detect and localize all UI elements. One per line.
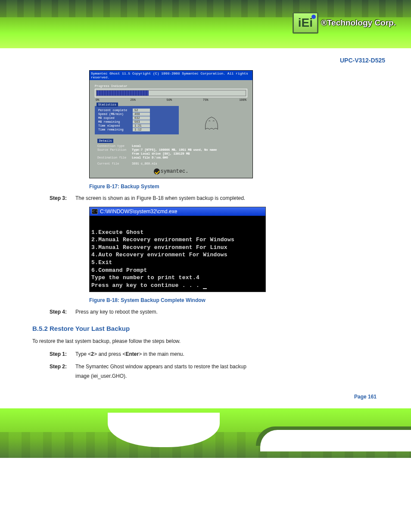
detail-label: Source Partition bbox=[97, 148, 132, 152]
step-3-text: Step 3:The screen is shown as in Figure … bbox=[50, 194, 385, 203]
stat-label: Time remaining bbox=[98, 128, 133, 131]
cmd-icon: C:\ bbox=[92, 209, 98, 214]
figure-caption-18: Figure B-18: System Backup Complete Wind… bbox=[89, 297, 385, 303]
header-logo-area: iEi ®Technology Corp. bbox=[293, 12, 396, 34]
brand-logo-icon: iEi bbox=[293, 12, 318, 34]
cmd-console-body: 1.Execute Ghost 2.Manual Recovery enviro… bbox=[90, 216, 265, 292]
stat-val: 1:21 bbox=[133, 124, 150, 128]
figure-ghost-backup: Symantec Ghost 11.5 Copyright (C) 1998-2… bbox=[89, 70, 385, 178]
stat-label: MB remaining bbox=[98, 120, 133, 124]
detail-val: 3891 c_869.nls bbox=[132, 162, 157, 165]
figure-caption-17: Figure B-17: Backup System bbox=[89, 184, 385, 190]
section-intro-text: To restore the last system backup, pleas… bbox=[32, 336, 385, 346]
tick-75: 75% bbox=[203, 98, 209, 102]
stat-val: 632 bbox=[133, 116, 150, 120]
corp-name: ®Technology Corp. bbox=[321, 18, 396, 28]
stat-val: 52 bbox=[133, 109, 150, 112]
tick-25: 25% bbox=[130, 98, 136, 102]
detail-label: Connection type bbox=[97, 144, 132, 148]
stat-label: Percent complete bbox=[98, 109, 133, 112]
detail-val: Local file D:\os.GHO bbox=[132, 156, 168, 159]
stats-title: Statistics bbox=[97, 103, 118, 107]
ghost-window-title: Symantec Ghost 11.5 Copyright (C) 1998-2… bbox=[90, 71, 252, 80]
page-footer-banner bbox=[0, 408, 411, 458]
stat-val: 563 bbox=[133, 120, 150, 124]
detail-label: Current file bbox=[97, 162, 132, 165]
product-title: UPC-V312-D525 bbox=[32, 57, 385, 64]
tick-100: 100% bbox=[239, 98, 246, 102]
detail-label bbox=[97, 152, 132, 156]
detail-val: Type:7 [NTFS], 100006 MB, 1951 MB used, … bbox=[132, 148, 217, 152]
cmd-title-text: C:\WINDOWS\system32\cmd.exe bbox=[100, 208, 177, 215]
progress-bar bbox=[96, 90, 246, 96]
tick-50: 50% bbox=[166, 98, 172, 102]
stat-val: 1:12 bbox=[133, 128, 150, 131]
progress-panel-title: Progress Indicator bbox=[95, 84, 247, 88]
step-4-text: Step 4:Press any key to reboot the syste… bbox=[50, 308, 385, 317]
detail-val: from Local drive [80], 130129 MB bbox=[132, 152, 190, 156]
logo-text: iEi bbox=[298, 16, 313, 30]
page-header-banner: iEi ®Technology Corp. bbox=[0, 0, 411, 48]
symantec-logo: symantec. bbox=[95, 168, 247, 175]
logo-dot-icon bbox=[311, 15, 316, 19]
stat-val: 468 bbox=[133, 112, 150, 116]
step-2-text: Step 2:The Symantec Ghost window appears… bbox=[50, 362, 385, 381]
stat-label: Speed (MB/min) bbox=[98, 112, 133, 116]
step-1-text: Step 1:Type <2> and press <Enter> in the… bbox=[50, 350, 385, 359]
tick-0: 0% bbox=[96, 98, 99, 102]
cmd-window-title-bar: C:\ C:\WINDOWS\system32\cmd.exe bbox=[90, 207, 265, 216]
page-number: Page 161 bbox=[32, 394, 385, 400]
symantec-check-icon bbox=[154, 168, 160, 174]
symantec-logo-text: symantec. bbox=[161, 168, 189, 174]
figure-cmd-window: C:\ C:\WINDOWS\system32\cmd.exe 1.Execut… bbox=[89, 207, 385, 292]
detail-val: Local bbox=[132, 144, 141, 148]
details-title: Details bbox=[97, 139, 113, 143]
detail-label: Destination file bbox=[97, 156, 132, 159]
ghost-icon bbox=[201, 112, 222, 132]
stat-label: Time elapsed bbox=[98, 124, 133, 128]
stat-label: MB copied bbox=[98, 116, 133, 120]
section-heading: B.5.2 Restore Your Last Backup bbox=[32, 325, 385, 332]
cursor-icon bbox=[203, 288, 207, 289]
